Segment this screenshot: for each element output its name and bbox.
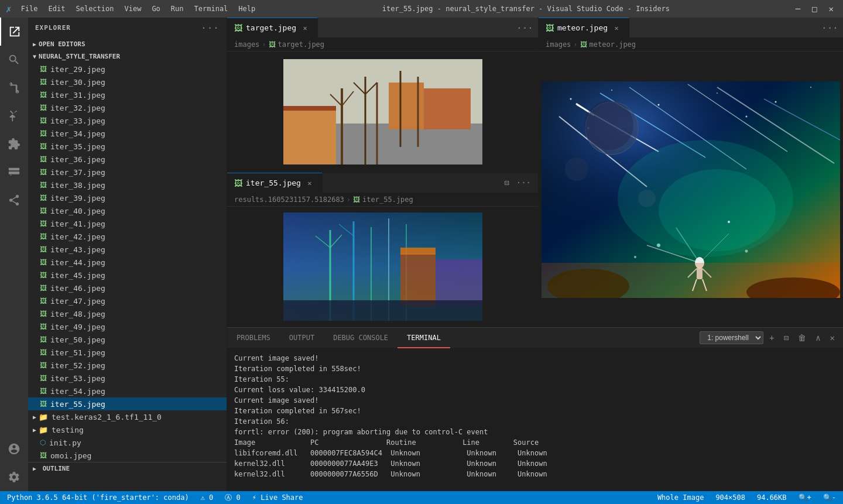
image-dimensions-status[interactable]: 904×508 — [713, 493, 748, 502]
sidebar-item-iter_45-jpeg[interactable]: 🖼iter_45.jpeg — [28, 269, 227, 282]
live-share-status[interactable]: ⚡ Live Share — [250, 493, 306, 502]
tab-output[interactable]: OUTPUT — [280, 328, 324, 348]
sidebar-item-iter_52-jpeg[interactable]: 🖼iter_52.jpeg — [28, 359, 227, 372]
maximize-panel-button[interactable]: ∧ — [812, 332, 824, 344]
activity-remote-explorer[interactable] — [0, 158, 28, 186]
maximize-button[interactable]: □ — [808, 4, 820, 13]
menu-run[interactable]: Run — [166, 0, 189, 18]
zoom-out-button[interactable]: 🔍- — [821, 493, 838, 502]
menu-help[interactable]: Help — [234, 0, 260, 18]
sidebar-item-iter_48-jpeg[interactable]: 🖼iter_48.jpeg — [28, 307, 227, 320]
activity-source-control[interactable] — [0, 74, 28, 102]
menu-go[interactable]: Go — [147, 0, 165, 18]
sidebar-item-iter_35-jpeg[interactable]: 🖼iter_35.jpeg — [28, 140, 227, 153]
sidebar-item-iter_34-jpeg[interactable]: 🖼iter_34.jpeg — [28, 127, 227, 140]
sidebar-item-iter_33-jpeg[interactable]: 🖼iter_33.jpeg — [28, 114, 227, 127]
tab-iter55-jpeg[interactable]: 🖼 iter_55.jpeg ✕ — [227, 173, 323, 193]
kill-terminal-button[interactable]: 🗑 — [794, 332, 810, 344]
sidebar-item-iter_32-jpeg[interactable]: 🖼iter_32.jpeg — [28, 101, 227, 114]
terminal-line-10: kernel32.dll 0000000077AA49E3 Unknown Un… — [234, 458, 836, 469]
activity-settings[interactable] — [0, 463, 28, 491]
minimize-button[interactable]: ─ — [792, 4, 804, 13]
sidebar-item-iter_44-jpeg[interactable]: 🖼iter_44.jpeg — [28, 256, 227, 269]
activity-extensions[interactable] — [0, 130, 28, 158]
sidebar-item-test-keras[interactable]: ▶ 📁 test.keras2_1_6.tf1_11_0 — [28, 410, 227, 423]
breadcrumb-right-file-icon: 🖼 — [580, 40, 587, 49]
tab-problems[interactable]: PROBLEMS — [227, 328, 280, 348]
activity-search[interactable] — [0, 46, 28, 74]
svg-point-70 — [657, 244, 660, 247]
file-label-1: iter_30.jpeg — [50, 78, 105, 87]
menu-view[interactable]: View — [119, 0, 146, 18]
python-version-status[interactable]: Python 3.6.5 64-bit ('fire_starter': con… — [5, 493, 191, 502]
image-size-status[interactable]: 94.66KB — [755, 493, 789, 502]
sidebar-item-iter_51-jpeg[interactable]: 🖼iter_51.jpeg — [28, 346, 227, 359]
sidebar-item-iter_47-jpeg[interactable]: 🖼iter_47.jpeg — [28, 294, 227, 307]
folder-section[interactable]: ▼ NEURAL_STYLE_TRANSFER — [28, 50, 227, 63]
split-editor-button[interactable]: ⊟ — [502, 177, 511, 188]
sidebar-item-iter_46-jpeg[interactable]: 🖼iter_46.jpeg — [28, 282, 227, 294]
target-jpeg-close-button[interactable]: ✕ — [300, 23, 310, 33]
sidebar-item-testing[interactable]: ▶ 📁 testing — [28, 423, 227, 436]
jpeg-icon-11: 🖼 — [40, 207, 47, 215]
sidebar-item-omoi-jpeg[interactable]: 🖼 omoi.jpeg — [28, 449, 227, 462]
svg-point-54 — [565, 157, 588, 181]
sidebar-item-iter_29-jpeg[interactable]: 🖼iter_29.jpeg — [28, 63, 227, 76]
tab-target-jpeg[interactable]: 🖼 target.jpeg ✕ — [227, 18, 318, 38]
menu-file[interactable]: File — [16, 0, 43, 18]
left-tabs-more-button[interactable]: ··· — [512, 22, 538, 33]
errors-status[interactable]: Ⓐ 0 — [222, 493, 242, 503]
activity-accounts[interactable] — [0, 435, 28, 463]
menu-selection[interactable]: Selection — [71, 0, 118, 18]
split-terminal-button[interactable]: ⊟ — [780, 332, 792, 344]
sidebar-item-iter_38-jpeg[interactable]: 🖼iter_38.jpeg — [28, 179, 227, 191]
sidebar-item-iter_31-jpeg[interactable]: 🖼iter_31.jpeg — [28, 88, 227, 101]
sidebar-more-button[interactable]: ··· — [201, 22, 220, 33]
sidebar-item-init-py[interactable]: ⬡ init.py — [28, 436, 227, 449]
right-tabs-more-button[interactable]: ··· — [817, 22, 843, 33]
terminal-controls: 1: powershell + ⊟ 🗑 ∧ ✕ — [700, 331, 843, 344]
jpeg-icon-24: 🖼 — [40, 374, 47, 382]
iter55-close-button[interactable]: ✕ — [304, 178, 315, 188]
tab-terminal[interactable]: TERMINAL — [397, 328, 450, 348]
sidebar-item-iter_50-jpeg[interactable]: 🖼iter_50.jpeg — [28, 333, 227, 346]
svg-point-41 — [810, 87, 811, 88]
warnings-status[interactable]: ⚠ 0 — [198, 493, 216, 502]
menu-terminal[interactable]: Terminal — [190, 0, 233, 18]
image-mode-status[interactable]: Whole Image — [655, 493, 706, 502]
terminal-body[interactable]: Current image saved!Iteration completed … — [227, 348, 843, 479]
activity-explorer[interactable] — [0, 18, 28, 46]
sidebar-item-iter_55-jpeg[interactable]: 🖼iter_55.jpeg — [28, 397, 227, 410]
open-editors-section[interactable]: ▶ Open Editors — [28, 38, 227, 50]
outline-chevron-icon: ▶ — [33, 465, 36, 472]
tab-debug-console[interactable]: DEBUG CONSOLE — [324, 328, 397, 348]
activity-run-debug[interactable] — [0, 102, 28, 130]
sidebar-item-iter_30-jpeg[interactable]: 🖼iter_30.jpeg — [28, 76, 227, 88]
main-container: Explorer ··· ▶ Open Editors ▼ NEURAL_STY… — [0, 18, 843, 491]
sidebar-item-iter_40-jpeg[interactable]: 🖼iter_40.jpeg — [28, 204, 227, 217]
sidebar-item-iter_37-jpeg[interactable]: 🖼iter_37.jpeg — [28, 166, 227, 179]
close-panel-button[interactable]: ✕ — [827, 332, 838, 344]
sidebar-item-iter_43-jpeg[interactable]: 🖼iter_43.jpeg — [28, 243, 227, 256]
file-label-12: iter_41.jpeg — [50, 220, 105, 228]
activity-live-share[interactable] — [0, 186, 28, 214]
tab-meteor-jpeg[interactable]: 🖼 meteor.jpeg ✕ — [539, 18, 629, 38]
sidebar-item-iter_54-jpeg[interactable]: 🖼iter_54.jpeg — [28, 385, 227, 397]
sidebar-item-iter_49-jpeg[interactable]: 🖼iter_49.jpeg — [28, 320, 227, 333]
sidebar-item-iter_42-jpeg[interactable]: 🖼iter_42.jpeg — [28, 230, 227, 243]
inner-more-button[interactable]: ··· — [514, 177, 533, 188]
editor-area: 🖼 target.jpeg ✕ ··· images › 🖼 target.jp… — [227, 18, 843, 491]
outline-section[interactable]: ▶ OUTLINE — [28, 462, 227, 475]
svg-point-73 — [745, 249, 748, 252]
new-terminal-button[interactable]: + — [766, 332, 777, 344]
sidebar-item-iter_53-jpeg[interactable]: 🖼iter_53.jpeg — [28, 372, 227, 385]
shell-selector[interactable]: 1: powershell — [700, 331, 763, 344]
meteor-jpeg-close-button[interactable]: ✕ — [611, 23, 622, 33]
close-button[interactable]: ✕ — [825, 4, 837, 13]
sidebar-item-iter_41-jpeg[interactable]: 🖼iter_41.jpeg — [28, 217, 227, 230]
zoom-in-button[interactable]: 🔍+ — [796, 493, 814, 502]
sidebar-item-iter_36-jpeg[interactable]: 🖼iter_36.jpeg — [28, 153, 227, 166]
testing-chevron-icon: ▶ — [33, 427, 36, 433]
menu-edit[interactable]: Edit — [44, 0, 70, 18]
sidebar-item-iter_39-jpeg[interactable]: 🖼iter_39.jpeg — [28, 191, 227, 204]
